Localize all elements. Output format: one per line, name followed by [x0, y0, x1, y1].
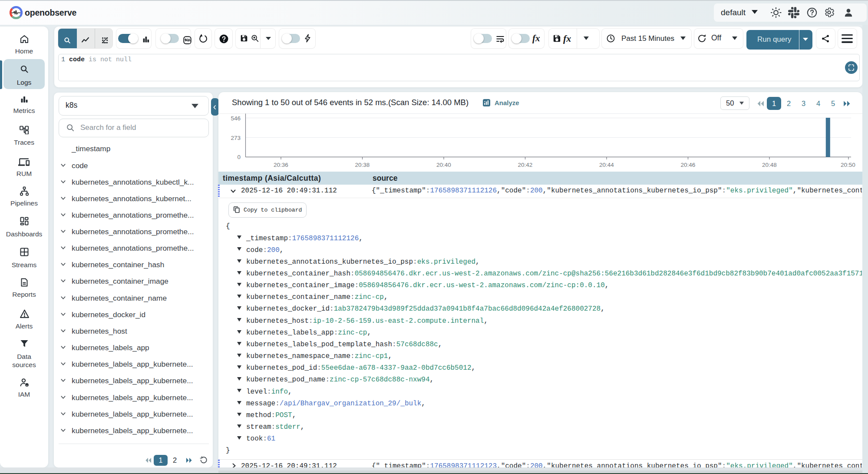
svg-text:0: 0	[237, 154, 241, 160]
svg-text:20:40: 20:40	[436, 162, 451, 168]
svg-text:20:42: 20:42	[518, 162, 533, 168]
svg-text:273: 273	[231, 135, 241, 141]
svg-text:546: 546	[231, 115, 241, 122]
svg-text:20:44: 20:44	[599, 162, 614, 168]
svg-text:20:36: 20:36	[274, 162, 288, 168]
svg-text:20:38: 20:38	[355, 162, 370, 168]
svg-text:20:48: 20:48	[762, 162, 777, 168]
svg-text:20:46: 20:46	[681, 162, 696, 168]
svg-text:20:50: 20:50	[841, 162, 855, 168]
